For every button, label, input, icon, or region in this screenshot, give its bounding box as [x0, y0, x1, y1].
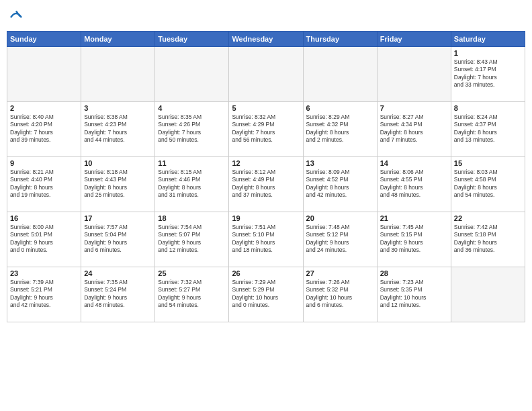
day-info: Sunrise: 7:35 AM Sunset: 5:24 PM Dayligh… — [84, 279, 152, 310]
weekday-header-wednesday: Wednesday — [229, 32, 303, 47]
table-row: 4Sunrise: 8:35 AM Sunset: 4:26 PM Daylig… — [155, 102, 229, 157]
day-number: 15 — [454, 159, 522, 167]
table-row: 5Sunrise: 8:32 AM Sunset: 4:29 PM Daylig… — [229, 102, 303, 157]
calendar-page: SundayMondayTuesdayWednesdayThursdayFrid… — [0, 0, 532, 411]
logo — [7, 7, 24, 26]
table-row — [7, 47, 81, 102]
table-row: 27Sunrise: 7:26 AM Sunset: 5:32 PM Dayli… — [303, 267, 377, 322]
day-info: Sunrise: 8:32 AM Sunset: 4:29 PM Dayligh… — [232, 113, 300, 144]
day-number: 22 — [454, 214, 522, 222]
table-row — [81, 47, 155, 102]
day-number: 1 — [454, 49, 522, 57]
table-row — [155, 47, 229, 102]
table-row: 25Sunrise: 7:32 AM Sunset: 5:27 PM Dayli… — [155, 267, 229, 322]
day-number: 8 — [454, 104, 522, 112]
logo-icon — [8, 7, 24, 23]
table-row — [451, 267, 525, 322]
day-number: 10 — [84, 159, 152, 167]
day-number: 19 — [232, 214, 300, 222]
day-number: 6 — [306, 104, 374, 112]
day-number: 7 — [380, 104, 448, 112]
day-number: 18 — [158, 214, 226, 222]
table-row: 12Sunrise: 8:12 AM Sunset: 4:49 PM Dayli… — [229, 157, 303, 212]
table-row: 20Sunrise: 7:48 AM Sunset: 5:12 PM Dayli… — [303, 212, 377, 267]
day-number: 28 — [380, 269, 448, 277]
week-row-3: 9Sunrise: 8:21 AM Sunset: 4:40 PM Daylig… — [7, 157, 525, 212]
day-number: 17 — [84, 214, 152, 222]
header — [7, 7, 525, 26]
day-info: Sunrise: 8:03 AM Sunset: 4:58 PM Dayligh… — [454, 169, 522, 199]
table-row: 11Sunrise: 8:15 AM Sunset: 4:46 PM Dayli… — [155, 157, 229, 212]
table-row: 3Sunrise: 8:38 AM Sunset: 4:23 PM Daylig… — [81, 102, 155, 157]
table-row: 8Sunrise: 8:24 AM Sunset: 4:37 PM Daylig… — [451, 102, 525, 157]
weekday-header-sunday: Sunday — [7, 32, 81, 47]
table-row: 28Sunrise: 7:23 AM Sunset: 5:35 PM Dayli… — [377, 267, 451, 322]
day-number: 9 — [10, 159, 78, 167]
day-info: Sunrise: 7:29 AM Sunset: 5:29 PM Dayligh… — [232, 279, 300, 310]
day-info: Sunrise: 8:12 AM Sunset: 4:49 PM Dayligh… — [232, 169, 300, 199]
table-row — [377, 47, 451, 102]
day-number: 3 — [84, 104, 152, 112]
day-number: 14 — [380, 159, 448, 167]
day-info: Sunrise: 8:18 AM Sunset: 4:43 PM Dayligh… — [84, 169, 152, 199]
day-number: 13 — [306, 159, 374, 167]
day-info: Sunrise: 7:32 AM Sunset: 5:27 PM Dayligh… — [158, 279, 226, 310]
table-row: 26Sunrise: 7:29 AM Sunset: 5:29 PM Dayli… — [229, 267, 303, 322]
table-row: 1Sunrise: 8:43 AM Sunset: 4:17 PM Daylig… — [451, 47, 525, 102]
table-row: 15Sunrise: 8:03 AM Sunset: 4:58 PM Dayli… — [451, 157, 525, 212]
table-row: 14Sunrise: 8:06 AM Sunset: 4:55 PM Dayli… — [377, 157, 451, 212]
day-info: Sunrise: 8:35 AM Sunset: 4:26 PM Dayligh… — [158, 113, 226, 144]
day-info: Sunrise: 8:40 AM Sunset: 4:20 PM Dayligh… — [10, 113, 78, 144]
day-info: Sunrise: 8:21 AM Sunset: 4:40 PM Dayligh… — [10, 169, 78, 199]
day-info: Sunrise: 8:09 AM Sunset: 4:52 PM Dayligh… — [306, 169, 374, 199]
day-info: Sunrise: 8:00 AM Sunset: 5:01 PM Dayligh… — [10, 224, 78, 255]
weekday-header-friday: Friday — [377, 32, 451, 47]
table-row: 6Sunrise: 8:29 AM Sunset: 4:32 PM Daylig… — [303, 102, 377, 157]
day-number: 20 — [306, 214, 374, 222]
day-info: Sunrise: 8:29 AM Sunset: 4:32 PM Dayligh… — [306, 113, 374, 144]
day-info: Sunrise: 7:42 AM Sunset: 5:18 PM Dayligh… — [454, 224, 522, 255]
table-row: 18Sunrise: 7:54 AM Sunset: 5:07 PM Dayli… — [155, 212, 229, 267]
weekday-header-monday: Monday — [81, 32, 155, 47]
day-info: Sunrise: 8:27 AM Sunset: 4:34 PM Dayligh… — [380, 113, 448, 144]
weekday-header-saturday: Saturday — [451, 32, 525, 47]
table-row: 2Sunrise: 8:40 AM Sunset: 4:20 PM Daylig… — [7, 102, 81, 157]
day-info: Sunrise: 8:38 AM Sunset: 4:23 PM Dayligh… — [84, 113, 152, 144]
table-row: 19Sunrise: 7:51 AM Sunset: 5:10 PM Dayli… — [229, 212, 303, 267]
week-row-4: 16Sunrise: 8:00 AM Sunset: 5:01 PM Dayli… — [7, 212, 525, 267]
calendar-table: SundayMondayTuesdayWednesdayThursdayFrid… — [7, 31, 525, 322]
day-info: Sunrise: 7:48 AM Sunset: 5:12 PM Dayligh… — [306, 224, 374, 255]
weekday-header-thursday: Thursday — [303, 32, 377, 47]
table-row — [229, 47, 303, 102]
day-info: Sunrise: 8:24 AM Sunset: 4:37 PM Dayligh… — [454, 113, 522, 144]
day-number: 4 — [158, 104, 226, 112]
day-number: 5 — [232, 104, 300, 112]
day-number: 26 — [232, 269, 300, 277]
day-info: Sunrise: 8:06 AM Sunset: 4:55 PM Dayligh… — [380, 169, 448, 199]
table-row: 7Sunrise: 8:27 AM Sunset: 4:34 PM Daylig… — [377, 102, 451, 157]
table-row: 22Sunrise: 7:42 AM Sunset: 5:18 PM Dayli… — [451, 212, 525, 267]
day-number: 12 — [232, 159, 300, 167]
day-info: Sunrise: 7:54 AM Sunset: 5:07 PM Dayligh… — [158, 224, 226, 255]
table-row: 16Sunrise: 8:00 AM Sunset: 5:01 PM Dayli… — [7, 212, 81, 267]
day-info: Sunrise: 7:45 AM Sunset: 5:15 PM Dayligh… — [380, 224, 448, 255]
weekday-header-row: SundayMondayTuesdayWednesdayThursdayFrid… — [7, 32, 525, 47]
day-number: 27 — [306, 269, 374, 277]
table-row: 23Sunrise: 7:39 AM Sunset: 5:21 PM Dayli… — [7, 267, 81, 322]
table-row: 24Sunrise: 7:35 AM Sunset: 5:24 PM Dayli… — [81, 267, 155, 322]
day-number: 24 — [84, 269, 152, 277]
day-info: Sunrise: 7:23 AM Sunset: 5:35 PM Dayligh… — [380, 279, 448, 310]
day-info: Sunrise: 8:15 AM Sunset: 4:46 PM Dayligh… — [158, 169, 226, 199]
table-row: 10Sunrise: 8:18 AM Sunset: 4:43 PM Dayli… — [81, 157, 155, 212]
day-info: Sunrise: 7:39 AM Sunset: 5:21 PM Dayligh… — [10, 279, 78, 310]
day-info: Sunrise: 7:57 AM Sunset: 5:04 PM Dayligh… — [84, 224, 152, 255]
week-row-5: 23Sunrise: 7:39 AM Sunset: 5:21 PM Dayli… — [7, 267, 525, 322]
day-info: Sunrise: 7:26 AM Sunset: 5:32 PM Dayligh… — [306, 279, 374, 310]
table-row: 13Sunrise: 8:09 AM Sunset: 4:52 PM Dayli… — [303, 157, 377, 212]
day-info: Sunrise: 7:51 AM Sunset: 5:10 PM Dayligh… — [232, 224, 300, 255]
week-row-1: 1Sunrise: 8:43 AM Sunset: 4:17 PM Daylig… — [7, 47, 525, 102]
table-row — [303, 47, 377, 102]
day-number: 2 — [10, 104, 78, 112]
day-number: 16 — [10, 214, 78, 222]
day-number: 21 — [380, 214, 448, 222]
